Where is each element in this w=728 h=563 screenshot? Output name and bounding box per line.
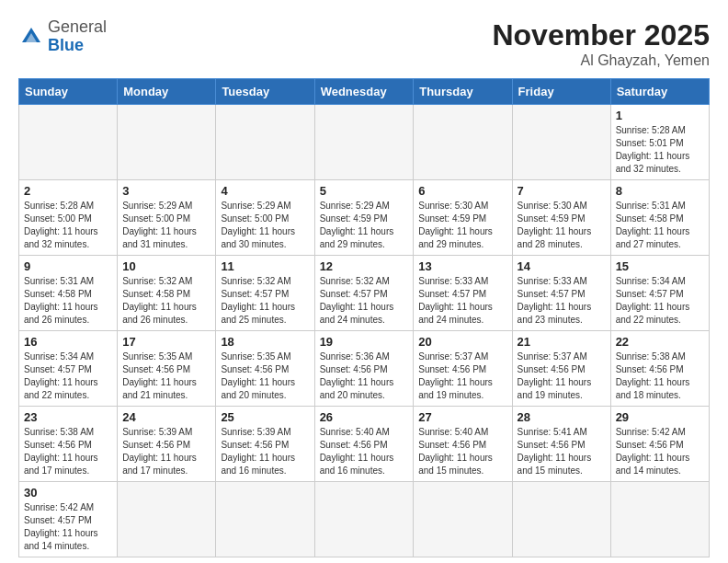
cell-info: Sunrise: 5:31 AM Sunset: 4:58 PM Dayligh… [24, 275, 112, 327]
calendar-week-row: 16Sunrise: 5:34 AM Sunset: 4:57 PM Dayli… [19, 331, 710, 407]
cell-info: Sunrise: 5:28 AM Sunset: 5:00 PM Dayligh… [24, 200, 112, 251]
day-number: 9 [24, 259, 112, 273]
calendar-cell [314, 482, 414, 557]
cell-info: Sunrise: 5:35 AM Sunset: 4:56 PM Dayligh… [221, 350, 309, 402]
day-number: 13 [418, 259, 506, 273]
cell-info: Sunrise: 5:32 AM Sunset: 4:57 PM Dayligh… [221, 275, 309, 327]
weekday-header-cell: Saturday [610, 79, 709, 105]
calendar-cell: 8Sunrise: 5:31 AM Sunset: 4:58 PM Daylig… [610, 180, 709, 256]
calendar-cell: 9Sunrise: 5:31 AM Sunset: 4:58 PM Daylig… [19, 256, 118, 331]
weekday-header-cell: Monday [118, 79, 216, 105]
cell-info: Sunrise: 5:37 AM Sunset: 4:56 PM Dayligh… [418, 350, 506, 402]
calendar-week-row: 23Sunrise: 5:38 AM Sunset: 4:56 PM Dayli… [19, 407, 710, 482]
calendar-cell [512, 482, 610, 557]
logo: General Blue [18, 18, 107, 55]
cell-info: Sunrise: 5:29 AM Sunset: 4:59 PM Dayligh… [320, 200, 409, 251]
calendar-week-row: 9Sunrise: 5:31 AM Sunset: 4:58 PM Daylig… [19, 256, 710, 331]
calendar-cell: 23Sunrise: 5:38 AM Sunset: 4:56 PM Dayli… [19, 407, 118, 482]
calendar-cell [314, 105, 414, 180]
day-number: 4 [221, 184, 309, 198]
calendar-cell: 11Sunrise: 5:32 AM Sunset: 4:57 PM Dayli… [216, 256, 314, 331]
cell-info: Sunrise: 5:40 AM Sunset: 4:56 PM Dayligh… [418, 426, 506, 477]
calendar-cell: 1Sunrise: 5:28 AM Sunset: 5:01 PM Daylig… [610, 105, 709, 180]
day-number: 28 [518, 410, 606, 424]
day-number: 17 [122, 335, 210, 349]
cell-info: Sunrise: 5:38 AM Sunset: 4:56 PM Dayligh… [24, 426, 112, 477]
calendar-cell [118, 482, 216, 557]
cell-info: Sunrise: 5:35 AM Sunset: 4:56 PM Dayligh… [122, 350, 210, 402]
calendar-cell: 2Sunrise: 5:28 AM Sunset: 5:00 PM Daylig… [19, 180, 118, 256]
cell-info: Sunrise: 5:28 AM Sunset: 5:01 PM Dayligh… [616, 124, 704, 176]
calendar-cell: 28Sunrise: 5:41 AM Sunset: 4:56 PM Dayli… [512, 407, 610, 482]
weekday-header-cell: Friday [512, 79, 610, 105]
calendar-cell: 17Sunrise: 5:35 AM Sunset: 4:56 PM Dayli… [118, 331, 216, 407]
day-number: 5 [320, 184, 409, 198]
calendar-cell [216, 482, 314, 557]
weekday-header-cell: Thursday [414, 79, 512, 105]
cell-info: Sunrise: 5:42 AM Sunset: 4:57 PM Dayligh… [24, 501, 112, 553]
day-number: 29 [616, 410, 704, 424]
calendar-table: SundayMondayTuesdayWednesdayThursdayFrid… [18, 78, 710, 557]
day-number: 14 [518, 259, 606, 273]
day-number: 3 [122, 184, 210, 198]
cell-info: Sunrise: 5:32 AM Sunset: 4:57 PM Dayligh… [320, 275, 409, 327]
calendar-week-row: 1Sunrise: 5:28 AM Sunset: 5:01 PM Daylig… [19, 105, 710, 180]
weekday-header-row: SundayMondayTuesdayWednesdayThursdayFrid… [19, 79, 710, 105]
calendar-cell: 4Sunrise: 5:29 AM Sunset: 5:00 PM Daylig… [216, 180, 314, 256]
calendar-cell [19, 105, 118, 180]
day-number: 22 [616, 335, 704, 349]
calendar-cell [610, 482, 709, 557]
day-number: 20 [418, 335, 506, 349]
calendar-cell: 5Sunrise: 5:29 AM Sunset: 4:59 PM Daylig… [314, 180, 414, 256]
calendar-cell: 26Sunrise: 5:40 AM Sunset: 4:56 PM Dayli… [314, 407, 414, 482]
cell-info: Sunrise: 5:31 AM Sunset: 4:58 PM Dayligh… [616, 200, 704, 251]
month-title: November 2025 [492, 18, 710, 52]
cell-info: Sunrise: 5:32 AM Sunset: 4:58 PM Dayligh… [122, 275, 210, 327]
day-number: 16 [24, 335, 112, 349]
day-number: 10 [122, 259, 210, 273]
calendar-cell: 18Sunrise: 5:35 AM Sunset: 4:56 PM Dayli… [216, 331, 314, 407]
cell-info: Sunrise: 5:34 AM Sunset: 4:57 PM Dayligh… [24, 350, 112, 402]
calendar-week-row: 30Sunrise: 5:42 AM Sunset: 4:57 PM Dayli… [19, 482, 710, 557]
day-number: 27 [418, 410, 506, 424]
day-number: 19 [320, 335, 409, 349]
cell-info: Sunrise: 5:34 AM Sunset: 4:57 PM Dayligh… [616, 275, 704, 327]
day-number: 1 [616, 109, 704, 122]
day-number: 2 [24, 184, 112, 198]
calendar-cell [118, 105, 216, 180]
day-number: 15 [616, 259, 704, 273]
logo-blue: Blue [48, 36, 84, 54]
logo-general: General [48, 17, 107, 36]
cell-info: Sunrise: 5:36 AM Sunset: 4:56 PM Dayligh… [320, 350, 409, 402]
day-number: 25 [221, 410, 309, 424]
weekday-header-cell: Sunday [19, 79, 118, 105]
day-number: 23 [24, 410, 112, 424]
day-number: 26 [320, 410, 409, 424]
day-number: 8 [616, 184, 704, 198]
cell-info: Sunrise: 5:33 AM Sunset: 4:57 PM Dayligh… [418, 275, 506, 327]
calendar-cell: 20Sunrise: 5:37 AM Sunset: 4:56 PM Dayli… [414, 331, 512, 407]
cell-info: Sunrise: 5:42 AM Sunset: 4:56 PM Dayligh… [616, 426, 704, 477]
calendar-cell [216, 105, 314, 180]
calendar-cell: 10Sunrise: 5:32 AM Sunset: 4:58 PM Dayli… [118, 256, 216, 331]
calendar-cell: 15Sunrise: 5:34 AM Sunset: 4:57 PM Dayli… [610, 256, 709, 331]
calendar-cell: 27Sunrise: 5:40 AM Sunset: 4:56 PM Dayli… [414, 407, 512, 482]
calendar-cell [414, 105, 512, 180]
day-number: 12 [320, 259, 409, 273]
calendar-cell: 12Sunrise: 5:32 AM Sunset: 4:57 PM Dayli… [314, 256, 414, 331]
cell-info: Sunrise: 5:37 AM Sunset: 4:56 PM Dayligh… [518, 350, 606, 402]
calendar-cell: 24Sunrise: 5:39 AM Sunset: 4:56 PM Dayli… [118, 407, 216, 482]
calendar-cell [414, 482, 512, 557]
cell-info: Sunrise: 5:41 AM Sunset: 4:56 PM Dayligh… [518, 426, 606, 477]
day-number: 18 [221, 335, 309, 349]
weekday-header-cell: Wednesday [314, 79, 414, 105]
cell-info: Sunrise: 5:33 AM Sunset: 4:57 PM Dayligh… [518, 275, 606, 327]
calendar-cell: 19Sunrise: 5:36 AM Sunset: 4:56 PM Dayli… [314, 331, 414, 407]
calendar-body: 1Sunrise: 5:28 AM Sunset: 5:01 PM Daylig… [19, 105, 710, 557]
calendar-cell: 22Sunrise: 5:38 AM Sunset: 4:56 PM Dayli… [610, 331, 709, 407]
calendar-cell [512, 105, 610, 180]
calendar-cell: 6Sunrise: 5:30 AM Sunset: 4:59 PM Daylig… [414, 180, 512, 256]
cell-info: Sunrise: 5:29 AM Sunset: 5:00 PM Dayligh… [122, 200, 210, 251]
page-header: General Blue November 2025 Al Ghayzah, Y… [18, 18, 710, 69]
logo-icon [18, 24, 44, 50]
